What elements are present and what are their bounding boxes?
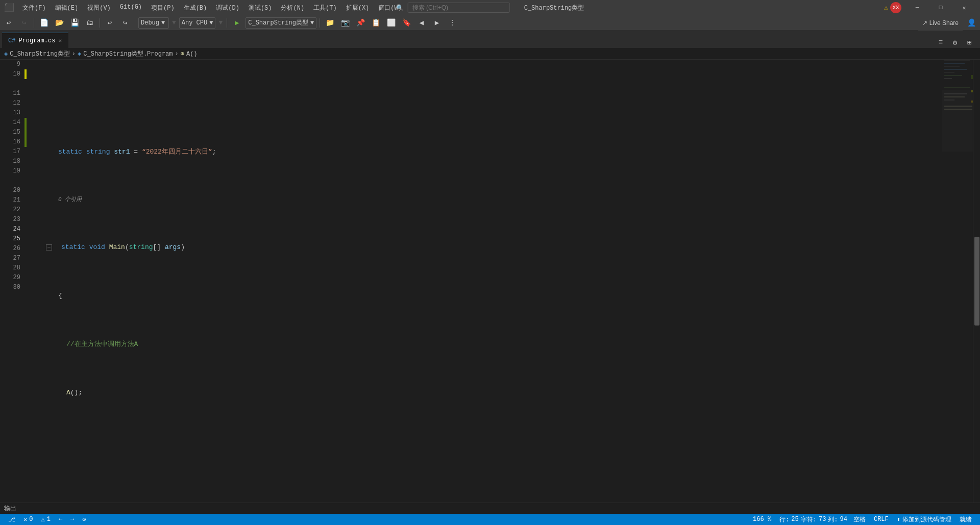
pin-button[interactable]: 📌 bbox=[354, 17, 367, 29]
code-line-14: A(); bbox=[38, 388, 938, 397]
user-settings-button[interactable]: 👤 bbox=[965, 17, 978, 29]
menu-tools[interactable]: 工具(T) bbox=[309, 3, 341, 13]
scrollbar-track[interactable] bbox=[973, 60, 980, 503]
undo-button[interactable]: ↩ bbox=[103, 17, 116, 29]
live-share-button[interactable]: ↗ Live Share bbox=[918, 15, 963, 31]
back-button[interactable]: ↩ bbox=[2, 17, 15, 29]
warning-count[interactable]: ⚠ 1 bbox=[37, 514, 54, 525]
new-file-button[interactable]: 📄 bbox=[37, 17, 51, 29]
startup-project-label: C_SharpString类型 bbox=[248, 18, 308, 27]
breadcrumb-member[interactable]: A() bbox=[186, 51, 198, 58]
line-ending[interactable]: CRLF bbox=[870, 514, 893, 525]
editor: 9 10 11 12 13 14 15 16 17 18 19 20 21 22… bbox=[0, 60, 980, 503]
svg-rect-5 bbox=[944, 75, 962, 76]
menu-analyze[interactable]: 分析(N) bbox=[277, 3, 308, 13]
sep5 bbox=[320, 18, 320, 28]
line-col[interactable]: 行: 25 字符: 73 列: 94 空格 bbox=[775, 514, 870, 525]
error-count[interactable]: ✕ 0 bbox=[19, 514, 37, 525]
menu-git[interactable]: Git(G) bbox=[116, 3, 146, 13]
menu-debug[interactable]: 调试(D) bbox=[212, 3, 243, 13]
breadcrumb-sep1: › bbox=[72, 51, 76, 58]
nav-prev-button[interactable]: ◀ bbox=[415, 17, 428, 29]
ln-18: 18 bbox=[0, 157, 20, 166]
search-icon: 🔍 bbox=[396, 4, 404, 12]
breadcrumb-class[interactable]: C_SharpString类型.Program bbox=[83, 49, 173, 58]
nav-forward-btn[interactable]: → bbox=[66, 514, 78, 525]
user-avatar: XX bbox=[890, 2, 901, 13]
ln-9: 9 bbox=[0, 60, 20, 69]
toolbar: ↩ ↪ 📄 📂 💾 🗂 ↩ ↪ Debug ▼ ▼ Any CPU ▼ ▼ ▶ … bbox=[0, 15, 980, 31]
char-num-status: 73 bbox=[819, 516, 826, 523]
code-line-13: //在主方法中调用方法A bbox=[38, 339, 938, 349]
tab-settings-area: ≡ ⚙ ⊞ bbox=[934, 37, 978, 48]
titlebar: ⬛ 文件(F) 编辑(E) 视图(V) Git(G) 项目(P) 生成(B) 调… bbox=[0, 0, 980, 15]
screenshot-button[interactable]: 📷 bbox=[338, 17, 352, 29]
search-input[interactable] bbox=[408, 3, 510, 13]
code-line-11: — static void Main(string[] args) bbox=[38, 242, 938, 252]
tab-list-button[interactable]: ≡ bbox=[934, 37, 947, 48]
tab-cs-icon: C# bbox=[8, 37, 15, 44]
menu-view[interactable]: 视图(V) bbox=[83, 3, 115, 13]
nav-list-button[interactable]: ⋮ bbox=[446, 17, 459, 29]
save-all-button[interactable]: 🗂 bbox=[83, 17, 96, 29]
ref-hint-0: 0 个引用 bbox=[38, 195, 938, 204]
warning-icon-title: ⚠ bbox=[884, 4, 888, 12]
scrollbar-thumb[interactable] bbox=[974, 237, 979, 326]
code-area[interactable]: static string str1 = “2022年四月二十六日”; 0 个引… bbox=[34, 60, 942, 503]
start-button[interactable]: ▶ bbox=[230, 17, 243, 29]
menu-build[interactable]: 生成(B) bbox=[180, 3, 211, 13]
split-editor-button[interactable]: ⊞ bbox=[963, 37, 976, 48]
menu-extensions[interactable]: 扩展(X) bbox=[342, 3, 374, 13]
breadcrumb-class-icon: ◈ bbox=[4, 50, 8, 58]
copy-button[interactable]: 📋 bbox=[369, 17, 382, 29]
minimize-button[interactable]: ─ bbox=[905, 0, 929, 15]
platform-dropdown[interactable]: Any CPU ▼ bbox=[179, 17, 216, 29]
ln-10: 10 bbox=[0, 69, 20, 79]
tab-program-cs[interactable]: C# Program.cs ✕ bbox=[2, 33, 68, 48]
col-num-status: 94 bbox=[840, 516, 847, 523]
nav-back-btn[interactable]: ← bbox=[55, 514, 66, 525]
menu-project[interactable]: 项目(P) bbox=[147, 3, 179, 13]
ln-29: 29 bbox=[0, 273, 20, 283]
output-label[interactable]: 输出 bbox=[4, 504, 16, 513]
add-to-source-control[interactable]: ⬆ 添加到源代码管理 bbox=[893, 514, 955, 525]
menu-file[interactable]: 文件(F) bbox=[18, 3, 50, 13]
ln-11: 11 bbox=[0, 89, 20, 98]
bookmark-button[interactable]: 🔖 bbox=[400, 17, 413, 29]
open-file-button[interactable]: 📂 bbox=[53, 17, 66, 29]
sep3 bbox=[135, 18, 135, 28]
redo-button[interactable]: ↪ bbox=[118, 17, 132, 29]
menu-edit[interactable]: 编辑(E) bbox=[51, 3, 83, 13]
nav-list-btn[interactable]: ⊙ bbox=[78, 514, 90, 525]
breadcrumb-namespace[interactable]: C_SharpString类型 bbox=[10, 49, 70, 58]
paste-button[interactable]: ⬜ bbox=[384, 17, 398, 29]
nav-next-button[interactable]: ▶ bbox=[430, 17, 444, 29]
open-folder-button[interactable]: 📁 bbox=[323, 17, 336, 29]
tabbar: C# Program.cs ✕ ≡ ⚙ ⊞ bbox=[0, 31, 980, 48]
code-line-15 bbox=[38, 436, 938, 446]
tab-settings-button[interactable]: ⚙ bbox=[948, 37, 962, 48]
tab-close-icon[interactable]: ✕ bbox=[58, 37, 62, 44]
breadcrumb-class-icon2: ◈ bbox=[78, 50, 81, 58]
error-icon: ✕ bbox=[23, 516, 27, 523]
zoom-level[interactable]: 166 % bbox=[749, 514, 775, 525]
ln-14: 14 bbox=[0, 118, 20, 128]
code-line-10: static string str1 = “2022年四月二十六日”; bbox=[38, 147, 938, 157]
svg-rect-0 bbox=[944, 60, 970, 61]
maximize-button[interactable]: □ bbox=[929, 0, 952, 15]
debug-config-dropdown[interactable]: Debug ▼ bbox=[138, 17, 169, 29]
sep2 bbox=[100, 18, 100, 28]
add-source-label: 添加到源代码管理 bbox=[902, 515, 951, 524]
git-status[interactable]: ⎇ bbox=[4, 514, 19, 525]
collapse-11[interactable]: — bbox=[46, 244, 52, 251]
save-button[interactable]: 💾 bbox=[68, 17, 81, 29]
ln-13: 13 bbox=[0, 108, 20, 118]
close-button[interactable]: ✕ bbox=[952, 0, 976, 15]
startup-project-dropdown[interactable]: C_SharpString类型 ▼ bbox=[246, 17, 316, 29]
chevron-down-icon2: ▼ bbox=[209, 19, 213, 27]
ln-15: 15 bbox=[0, 128, 20, 137]
forward-button-disabled: ↪ bbox=[17, 17, 31, 29]
svg-rect-1 bbox=[944, 63, 965, 64]
menu-test[interactable]: 测试(S) bbox=[244, 3, 276, 13]
char-label: 字符: bbox=[801, 515, 817, 524]
